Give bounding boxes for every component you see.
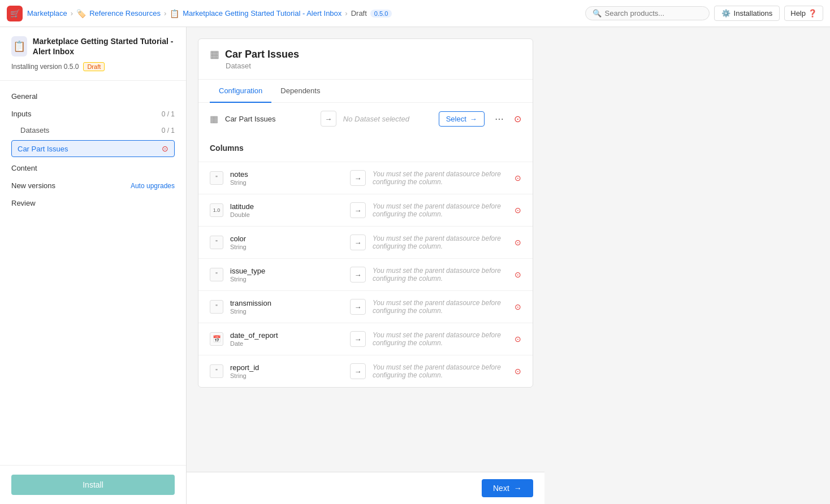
sidebar-item-inputs[interactable]: Inputs 0 / 1 [0, 105, 186, 123]
col-error-notes: ⊙ [515, 173, 521, 183]
sidebar-item-car-part-issues[interactable]: Car Part Issues ⊙ [11, 140, 175, 157]
top-nav: 🛒 Marketplace › 🏷️ Reference Resources ›… [0, 0, 830, 27]
breadcrumb: Marketplace › 🏷️ Reference Resources › 📋… [27, 9, 392, 18]
column-row-report-id: " report_id String → You must set the pa… [198, 355, 533, 387]
dataset-selector-row: ▦ Car Part Issues → No Dataset selected … [198, 103, 533, 134]
col-error-latitude: ⊙ [515, 206, 521, 215]
dataset-row-icon: ▦ [210, 114, 218, 124]
columns-list: " notes String → You must set the parent… [198, 162, 533, 387]
column-row-latitude: 1.0 latitude Double → You must set the p… [198, 194, 533, 226]
column-row-color: " color String → You must set the parent… [198, 226, 533, 258]
sidebar-item-datasets[interactable]: Datasets 0 / 1 [0, 123, 186, 138]
dataset-header-icon: ▦ [210, 48, 219, 60]
col-arrow-color[interactable]: → [350, 234, 366, 250]
sidebar-item-new-versions[interactable]: New versions Auto upgrades [0, 177, 186, 194]
col-type-icon-report-id: " [210, 364, 223, 378]
col-arrow-issue-type[interactable]: → [350, 267, 366, 283]
dataset-row-name: Car Part Issues [225, 115, 314, 123]
sidebar-title: Marketplace Getting Started Tutorial - A… [33, 36, 175, 57]
version-badge: 0.5.0 [370, 10, 392, 18]
col-type-icon-date: 📅 [210, 332, 223, 346]
dataset-arrow-button[interactable]: → [321, 111, 336, 127]
tabs-row: Configuration Dependents [198, 80, 533, 103]
layout: 📋 Marketplace Getting Started Tutorial -… [0, 27, 830, 504]
sidebar-nav: General Inputs 0 / 1 Datasets 0 / 1 Car … [0, 81, 186, 465]
more-options-button[interactable]: ⋯ [491, 111, 507, 127]
search-box: 🔍 [585, 6, 710, 20]
select-arrow-icon: → [470, 115, 477, 123]
help-icon: ❓ [808, 9, 817, 18]
breadcrumb-reference-resources[interactable]: Reference Resources [89, 9, 161, 18]
col-type-icon-color: " [210, 236, 223, 249]
columns-header: Columns [198, 134, 533, 162]
col-error-report-id: ⊙ [515, 367, 521, 376]
sidebar-app-icon: 📋 [11, 36, 27, 57]
column-row-transmission: " transmission String → You must set the… [198, 290, 533, 323]
bottom-bar: Next → [187, 472, 544, 504]
col-arrow-notes[interactable]: → [350, 170, 366, 186]
sidebar-header: 📋 Marketplace Getting Started Tutorial -… [0, 27, 186, 81]
card-header: ▦ Car Part Issues Dataset [198, 39, 533, 80]
column-row-date-of-report: 📅 date_of_report Date → You must set the… [198, 323, 533, 355]
tab-dependents[interactable]: Dependents [271, 80, 329, 103]
col-error-transmission: ⊙ [515, 302, 521, 311]
sidebar-item-review[interactable]: Review [0, 194, 186, 212]
installations-icon: ⚙️ [721, 9, 730, 18]
no-dataset-text: No Dataset selected [343, 115, 432, 123]
draft-badge: Draft [83, 62, 105, 71]
version-text: Installing version 0.5.0 [11, 63, 79, 71]
installations-label: Installations [734, 9, 773, 18]
col-type-icon-issue-type: " [210, 268, 223, 281]
col-error-issue-type: ⊙ [515, 270, 521, 279]
breadcrumb-draft: Draft [351, 9, 367, 18]
sidebar-footer: Install [0, 465, 186, 504]
sidebar-item-content[interactable]: Content [0, 159, 186, 177]
error-icon: ⊙ [162, 144, 168, 153]
col-type-icon-notes: " [210, 171, 223, 185]
search-icon: 🔍 [593, 9, 602, 18]
card-subtitle: Dataset [210, 62, 521, 70]
col-arrow-report-id[interactable]: → [350, 363, 366, 379]
sidebar: 📋 Marketplace Getting Started Tutorial -… [0, 27, 187, 504]
col-arrow-transmission[interactable]: → [350, 299, 366, 315]
main-content: ▦ Car Part Issues Dataset Configuration … [187, 27, 544, 504]
col-arrow-latitude[interactable]: → [350, 202, 366, 218]
dataset-error-icon: ⊙ [514, 114, 521, 124]
dataset-card: ▦ Car Part Issues Dataset Configuration … [198, 38, 533, 388]
breadcrumb-tutorial[interactable]: Marketplace Getting Started Tutorial - A… [183, 9, 341, 18]
install-button[interactable]: Install [11, 475, 175, 495]
help-button[interactable]: Help ❓ [784, 6, 823, 21]
next-arrow-icon: → [514, 484, 522, 493]
breadcrumb-marketplace[interactable]: Marketplace [27, 9, 67, 18]
app-logo: 🛒 [7, 6, 23, 21]
column-row-issue-type: " issue_type String → You must set the p… [198, 258, 533, 290]
card-title: Car Part Issues [225, 49, 299, 60]
installations-button[interactable]: ⚙️ Installations [714, 6, 780, 21]
column-row-notes: " notes String → You must set the parent… [198, 162, 533, 194]
search-input[interactable] [605, 9, 702, 18]
col-type-icon-latitude: 1.0 [210, 203, 223, 217]
select-button[interactable]: Select → [439, 111, 485, 127]
next-button[interactable]: Next → [482, 479, 533, 497]
sidebar-item-general[interactable]: General [0, 88, 186, 105]
col-type-icon-transmission: " [210, 300, 223, 314]
col-arrow-date-of-report[interactable]: → [350, 331, 366, 347]
help-label: Help [790, 9, 806, 18]
col-error-color: ⊙ [515, 238, 521, 247]
col-error-date-of-report: ⊙ [515, 334, 521, 344]
main-scroll: ▦ Car Part Issues Dataset Configuration … [187, 27, 544, 472]
tab-configuration[interactable]: Configuration [210, 80, 271, 103]
